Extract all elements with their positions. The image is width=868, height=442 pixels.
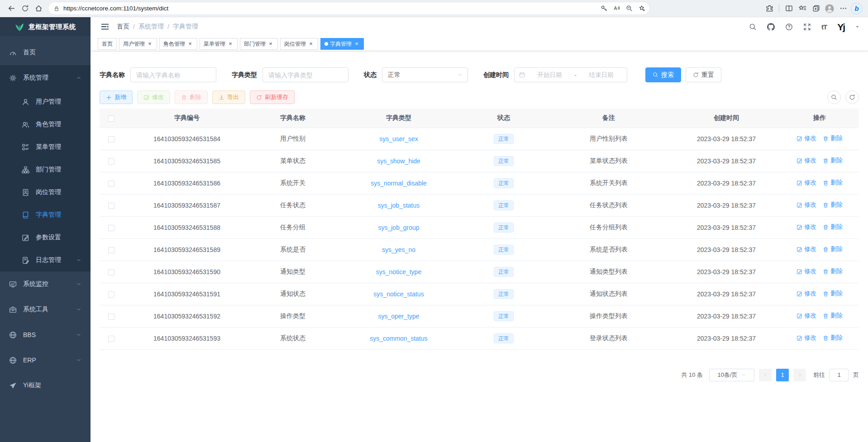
- row-checkbox[interactable]: [108, 291, 114, 298]
- dict-type-link[interactable]: sys_notice_type: [376, 268, 421, 276]
- edit-link[interactable]: 修改: [796, 290, 816, 298]
- date-range-picker[interactable]: 开始日期 - 结束日期: [514, 67, 627, 82]
- delete-link[interactable]: 删除: [823, 201, 843, 209]
- breadcrumb-item[interactable]: 首页: [117, 23, 129, 31]
- zoom-out-icon[interactable]: [623, 3, 635, 14]
- github-icon[interactable]: [767, 23, 775, 31]
- row-checkbox[interactable]: [108, 336, 114, 342]
- tab-close-icon[interactable]: ×: [227, 41, 234, 47]
- favorite-add-icon[interactable]: [635, 3, 648, 14]
- tab-close-icon[interactable]: ×: [147, 41, 153, 47]
- goto-page-input[interactable]: [830, 369, 849, 381]
- tab-close-icon[interactable]: ×: [267, 41, 274, 47]
- split-screen-icon[interactable]: [782, 2, 796, 15]
- row-checkbox[interactable]: [108, 158, 114, 165]
- dict-type-link[interactable]: sys_job_group: [378, 224, 419, 231]
- edit-link[interactable]: 修改: [796, 245, 816, 253]
- edit-link[interactable]: 修改: [796, 157, 816, 165]
- prev-page-button[interactable]: [759, 369, 772, 381]
- tab-dict-mgmt[interactable]: 字典管理×: [320, 38, 364, 50]
- sidebar-item-user-mgmt[interactable]: 用户管理: [0, 90, 91, 113]
- dict-type-link[interactable]: sys_notice_status: [373, 290, 424, 298]
- delete-link[interactable]: 删除: [823, 334, 843, 342]
- favorites-icon[interactable]: [796, 2, 809, 15]
- profile-avatar[interactable]: [823, 2, 836, 15]
- edit-button[interactable]: 修改: [137, 90, 170, 104]
- dict-type-input[interactable]: [262, 67, 348, 82]
- chevron-down-icon[interactable]: [855, 24, 860, 29]
- sidebar-item-menu-mgmt[interactable]: 菜单管理: [0, 136, 91, 158]
- row-checkbox[interactable]: [108, 181, 114, 187]
- tab-role-mgmt[interactable]: 角色管理×: [159, 38, 197, 50]
- sidebar-item-system-mgmt[interactable]: 系统管理: [0, 65, 91, 90]
- sidebar-item-dept-mgmt[interactable]: 部门管理: [0, 158, 91, 181]
- help-icon[interactable]: [785, 23, 793, 31]
- row-checkbox[interactable]: [108, 269, 114, 276]
- date-start-placeholder[interactable]: 开始日期: [529, 71, 571, 79]
- sidebar-item-post-mgmt[interactable]: 岗位管理: [0, 181, 91, 204]
- search-button[interactable]: 搜索: [645, 67, 681, 82]
- dict-type-link[interactable]: sys_normal_disable: [371, 180, 427, 187]
- edit-link[interactable]: 修改: [796, 334, 816, 342]
- delete-link[interactable]: 删除: [823, 312, 843, 320]
- sidebar-item-dict-mgmt[interactable]: 字典管理: [0, 204, 91, 226]
- sidebar-item-role-mgmt[interactable]: 角色管理: [0, 113, 91, 136]
- edit-link[interactable]: 修改: [796, 179, 816, 187]
- sidebar-item-yi-framework[interactable]: Yi框架: [0, 373, 91, 398]
- row-checkbox[interactable]: [108, 314, 114, 320]
- edit-link[interactable]: 修改: [796, 223, 816, 231]
- sidebar-item-log-mgmt[interactable]: 日志管理: [0, 249, 91, 271]
- password-key-icon[interactable]: [597, 3, 610, 14]
- delete-link[interactable]: 删除: [823, 290, 843, 298]
- extensions-icon[interactable]: [763, 2, 776, 15]
- delete-link[interactable]: 删除: [823, 134, 843, 143]
- back-icon[interactable]: [5, 2, 18, 15]
- page-size-select[interactable]: 10条/页: [709, 369, 754, 381]
- tab-menu-mgmt[interactable]: 菜单管理×: [200, 38, 238, 50]
- sidebar-item-param-settings[interactable]: 参数设置: [0, 226, 91, 249]
- dict-type-link[interactable]: sys_common_status: [370, 335, 428, 342]
- header-search-icon[interactable]: [749, 23, 757, 31]
- url-text[interactable]: https://ccnetcore.com:1101/system/dict: [63, 5, 597, 12]
- delete-link[interactable]: 删除: [823, 245, 843, 253]
- row-checkbox[interactable]: [108, 225, 114, 231]
- edit-link[interactable]: 修改: [796, 201, 816, 209]
- dict-name-input[interactable]: [130, 67, 216, 82]
- dict-type-link[interactable]: sys_show_hide: [377, 157, 420, 165]
- reset-button[interactable]: 重置: [686, 67, 721, 82]
- date-end-placeholder[interactable]: 结束日期: [580, 71, 622, 79]
- dict-type-link[interactable]: sys_job_status: [378, 202, 420, 209]
- text-size-icon[interactable]: tT: [821, 23, 827, 31]
- tab-close-icon[interactable]: ×: [187, 41, 193, 47]
- delete-link[interactable]: 删除: [823, 157, 843, 165]
- tab-dept-mgmt[interactable]: 部门管理×: [240, 38, 278, 50]
- sidebar-item-erp[interactable]: ERP: [0, 347, 91, 373]
- export-button[interactable]: 导出: [212, 90, 245, 104]
- row-checkbox[interactable]: [108, 136, 114, 143]
- refresh-cache-button[interactable]: 刷新缓存: [250, 90, 295, 104]
- add-button[interactable]: 新增: [100, 90, 133, 104]
- reload-icon[interactable]: [18, 2, 32, 15]
- collections-icon[interactable]: [809, 2, 823, 15]
- delete-link[interactable]: 删除: [823, 223, 843, 231]
- tab-home[interactable]: 首页: [98, 38, 117, 50]
- tab-close-icon[interactable]: ×: [308, 41, 314, 47]
- delete-button[interactable]: 删除: [175, 90, 208, 104]
- home-icon[interactable]: [32, 2, 45, 15]
- edit-link[interactable]: 修改: [796, 134, 816, 143]
- sidebar-item-bbs[interactable]: BBS: [0, 322, 91, 347]
- tab-close-icon[interactable]: ×: [353, 41, 360, 47]
- page-number-button[interactable]: 1: [776, 369, 789, 381]
- fullscreen-icon[interactable]: [803, 23, 811, 31]
- delete-link[interactable]: 删除: [823, 179, 843, 187]
- toggle-search-button[interactable]: [827, 90, 841, 104]
- more-options-icon[interactable]: [836, 2, 850, 15]
- next-page-button[interactable]: [793, 369, 806, 381]
- bing-chat-icon[interactable]: b: [850, 2, 863, 15]
- hamburger-icon[interactable]: [99, 20, 111, 33]
- user-logo[interactable]: Yj: [837, 22, 844, 32]
- read-aloud-icon[interactable]: A: [610, 3, 623, 14]
- delete-link[interactable]: 删除: [823, 267, 843, 276]
- edit-link[interactable]: 修改: [796, 312, 816, 320]
- dict-type-link[interactable]: sys_user_sex: [379, 135, 418, 143]
